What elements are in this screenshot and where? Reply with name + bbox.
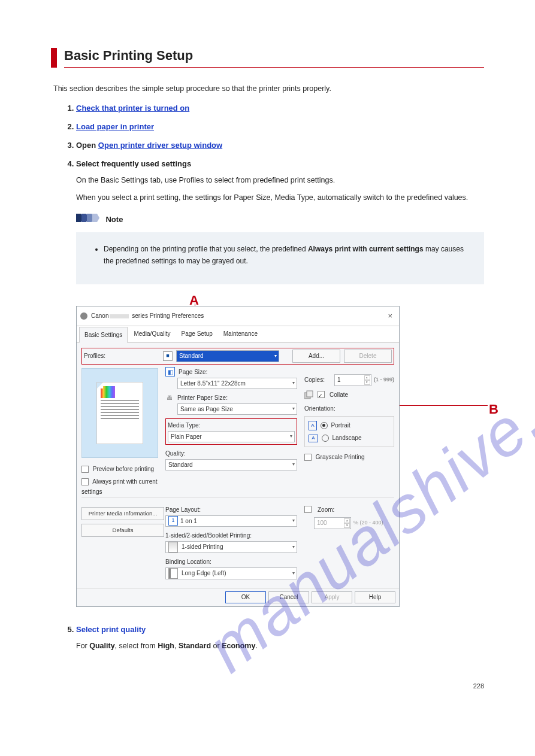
add-button[interactable]: Add...	[292, 350, 340, 363]
chevron-down-icon: ▾	[292, 379, 295, 387]
print-preferences-dialog: Canon series Printing Preferences × Basi…	[76, 306, 400, 607]
media-type-select[interactable]: Plain Paper▾	[168, 431, 295, 442]
callout-B: B	[489, 398, 498, 420]
printer-paper-icon: 🖶	[165, 393, 174, 402]
step-5-title: Select print quality	[76, 625, 146, 634]
note-label: Note	[105, 215, 123, 224]
help-button[interactable]: Help	[355, 591, 395, 603]
landscape-label: Landscape	[333, 435, 362, 441]
dialog-title: Canon series Printing Preferences	[91, 311, 385, 321]
page-layout-icon: 1	[168, 516, 178, 526]
profile-icon: ■	[163, 351, 173, 361]
delete-button[interactable]: Delete	[344, 350, 392, 363]
chevron-down-icon: ▾	[292, 517, 295, 525]
zoom-label: Zoom:	[318, 505, 334, 515]
tab-basic-settings[interactable]: Basic Settings	[79, 327, 128, 343]
media-type-label: Media Type:	[168, 420, 200, 430]
profiles-label: Profiles:	[84, 351, 159, 361]
step-1-link[interactable]: Check that printer is turned on	[76, 104, 189, 113]
step-2: Load paper in printer	[76, 122, 484, 131]
chevron-down-icon: ▾	[292, 460, 295, 469]
defaults-button[interactable]: Defaults	[81, 524, 164, 537]
step-3-link[interactable]: Open printer driver setup window	[98, 141, 222, 150]
preview-before-printing-label: Preview before printing	[93, 466, 154, 472]
landscape-icon: A	[309, 435, 318, 442]
printer-media-info-button[interactable]: Printer Media Information...	[81, 507, 164, 520]
quality-select[interactable]: Standard▾	[165, 459, 297, 470]
step-1: Check that printer is turned on	[76, 104, 484, 113]
chevron-down-icon: ▾	[292, 405, 295, 413]
page-layout-label: Page Layout:	[165, 505, 201, 515]
copies-label: Copies:	[304, 375, 325, 385]
preview-before-printing-checkbox[interactable]	[81, 466, 89, 473]
page-size-icon: ◧	[165, 367, 175, 377]
step-5: Select print quality For Quality, select…	[76, 625, 484, 652]
tab-page-setup[interactable]: Page Setup	[177, 326, 217, 342]
step-2-link[interactable]: Load paper in printer	[76, 122, 154, 131]
printer-icon	[80, 312, 87, 320]
chevron-down-icon: ▾	[292, 543, 295, 551]
close-icon[interactable]: ×	[385, 309, 395, 323]
note-box: Depending on the printing profile that y…	[76, 232, 484, 284]
sided-icon	[168, 542, 178, 552]
printer-paper-size-select[interactable]: Same as Page Size▾	[177, 403, 297, 415]
zoom-checkbox[interactable]	[304, 506, 312, 513]
svg-rect-5	[307, 391, 313, 397]
always-print-label: Always print with current settings	[81, 478, 158, 495]
page-number: 228	[51, 682, 484, 690]
step-3: Open Open printer driver setup window	[76, 141, 484, 150]
cancel-button[interactable]: Cancel	[268, 591, 309, 603]
printer-paper-size-label: Printer Paper Size:	[177, 393, 228, 403]
page-layout-select[interactable]: 1 1 on 1 ▾	[165, 515, 297, 527]
always-print-checkbox[interactable]	[81, 478, 89, 485]
copies-range: (1 - 999)	[374, 375, 394, 384]
svg-marker-3	[92, 214, 99, 222]
zoom-input[interactable]: 100 ▴▾	[314, 517, 351, 529]
portrait-icon: A	[309, 421, 317, 430]
binding-select[interactable]: Long Edge (Left) ▾	[165, 567, 297, 579]
note-chevrons-icon	[76, 214, 100, 222]
preview-pane	[81, 368, 158, 458]
quality-label: Quality:	[165, 448, 186, 459]
portrait-radio[interactable]	[321, 422, 328, 429]
sided-label: 1-sided/2-sided/Booklet Printing:	[165, 530, 252, 541]
zoom-range: % (20 - 400)	[353, 518, 383, 527]
chevron-down-icon: ▾	[292, 569, 295, 578]
page-size-select[interactable]: Letter 8.5"x11" 22x28cm▾	[177, 378, 297, 389]
page-title: Basic Printing Setup	[64, 48, 193, 63]
copies-input[interactable]: 1 ▴▾	[334, 374, 371, 386]
sided-select[interactable]: 1-sided Printing ▾	[165, 541, 297, 553]
ok-button[interactable]: OK	[225, 591, 266, 603]
profiles-select[interactable]: Standard ▾	[176, 350, 279, 362]
binding-icon	[168, 568, 178, 579]
tab-maintenance[interactable]: Maintenance	[219, 326, 262, 342]
collate-label: Collate	[330, 390, 348, 400]
apply-button[interactable]: Apply	[312, 591, 352, 603]
collate-icon	[304, 390, 315, 399]
chevron-down-icon: ▾	[290, 432, 292, 441]
grayscale-checkbox[interactable]	[304, 454, 312, 461]
collate-checkbox[interactable]	[318, 391, 325, 398]
orientation-label: Orientation:	[304, 403, 394, 414]
page-size-label: Page Size:	[179, 367, 207, 377]
intro-text: This section describes the simple setup …	[53, 84, 484, 93]
tab-media-quality[interactable]: Media/Quality	[129, 326, 175, 342]
binding-label: Binding Location:	[165, 557, 211, 567]
chevron-down-icon: ▾	[274, 352, 277, 360]
landscape-radio[interactable]	[322, 435, 329, 442]
portrait-label: Portrait	[331, 422, 350, 429]
grayscale-label: Grayscale Printing	[316, 454, 365, 460]
step-4: Select frequently used settings On the B…	[76, 159, 484, 607]
